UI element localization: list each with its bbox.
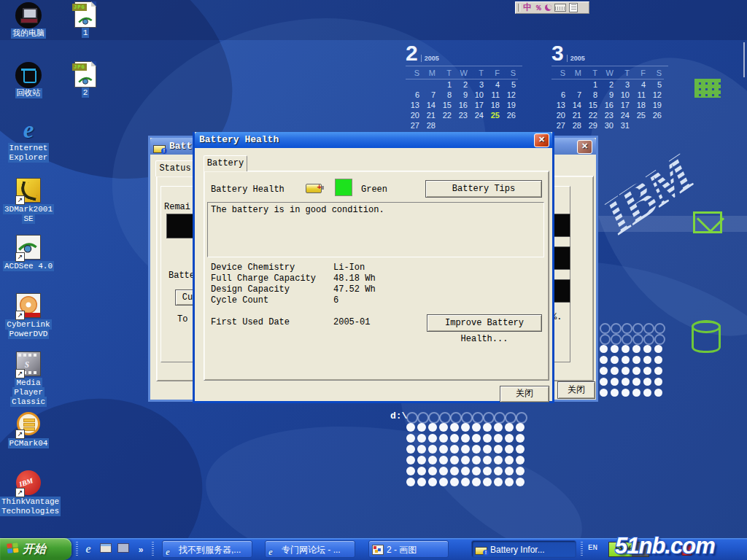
wallpaper-dot: [632, 345, 640, 353]
wallpaper-dot: [417, 478, 426, 486]
desktop-icon-thinkvantage[interactable]: IBM↗ ThinkVantage Technologies: [0, 470, 57, 516]
wallpaper-dot: [461, 478, 470, 486]
ime-keyboard-icon[interactable]: [554, 4, 566, 12]
desktop-icon-powerdvd[interactable]: ↗ CyberLink PowerDVD: [0, 293, 57, 339]
ie-icon: e: [166, 547, 176, 557]
icon-label: 回收站: [0, 89, 57, 98]
wallpaper-dot: [516, 478, 525, 486]
desktop-icon-my-computer[interactable]: 我的电脑: [0, 2, 57, 39]
quicklaunch-media-icon[interactable]: [115, 541, 131, 557]
shortcut-arrow-icon: ↗: [15, 488, 25, 497]
ibm-logo: IBM: [575, 107, 745, 271]
wallpaper-dot: [406, 434, 415, 443]
condition-text-box: The battery is in good condition.: [207, 202, 544, 257]
shortcut-arrow-icon: ↗: [15, 369, 25, 378]
improve-battery-health-button[interactable]: Improve Battery Health...: [427, 314, 542, 332]
wallpaper-dot: [483, 412, 495, 424]
start-button[interactable]: 开始: [0, 538, 71, 560]
wallpaper-dot: [632, 356, 640, 364]
wallpaper-dot: [428, 423, 437, 432]
background-close-button-bottom[interactable]: 关闭: [557, 381, 595, 399]
ime-width-toggle[interactable]: ％: [535, 3, 542, 13]
wallpaper-dot: [439, 478, 448, 486]
calendar-february: 22005 SMTWTFS123456789101112131415161718…: [406, 41, 522, 131]
detail-label: Device Chemistry: [211, 262, 295, 273]
wallpaper-dot: [417, 467, 426, 475]
ime-language-bar[interactable]: 中 ％: [515, 1, 589, 14]
wallpaper-dot: [643, 378, 651, 386]
wallpaper-dot: [439, 445, 448, 454]
wallpaper-dot: [516, 445, 525, 454]
quicklaunch-chevron-icon[interactable]: »: [133, 541, 149, 557]
shortcut-arrow-icon: ↗: [15, 311, 25, 320]
desktop-icon-acdsee[interactable]: ↗ ACDSee 4.0: [0, 235, 57, 271]
dialog-titlebar[interactable]: Battery Health ✕: [195, 132, 552, 148]
wallpaper-dot: [472, 445, 481, 454]
detail-value: 6: [333, 295, 338, 306]
first-used-label: First Used Date: [211, 317, 290, 327]
shortcut-arrow-icon: ↗: [15, 195, 25, 205]
wallpaper-dot: [622, 367, 630, 375]
wallpaper-grid-icon: [694, 79, 721, 98]
wallpaper-blob: [196, 405, 592, 560]
wallpaper-dot: [600, 367, 608, 375]
wallpaper-dot: [611, 334, 622, 345]
wallpaper-dot: [632, 389, 640, 397]
icon-label: ThinkVantage Technologies: [0, 497, 57, 516]
wallpaper-dot: [472, 456, 481, 464]
icon-label: PCMark04: [0, 439, 57, 448]
eye-graphic: [77, 75, 93, 85]
detail-value: 48.18 Wh: [333, 273, 376, 284]
wallpaper-dot: [632, 378, 640, 386]
task-button-paint[interactable]: 2 - 画图: [368, 540, 449, 558]
ime-menu-icon[interactable]: [569, 3, 578, 12]
task-button-forum[interactable]: e专门网论坛 - ...: [265, 540, 355, 558]
desktop-icon-file-1[interactable]: JPG 1: [57, 1, 114, 38]
desktop-icon-pcmark04[interactable]: ↗ PCMark04: [0, 412, 57, 448]
wallpaper-dot: [654, 389, 662, 397]
desktop-icon-file-2[interactable]: JPG 2: [57, 61, 114, 98]
ime-drag-handle[interactable]: [518, 4, 520, 12]
background-close-button[interactable]: ✕: [577, 140, 592, 154]
wallpaper-dot: [450, 467, 459, 475]
dialog-close-button-bottom[interactable]: 关闭: [500, 386, 549, 402]
wallpaper-dot: [516, 412, 527, 424]
remaining-label: Remai: [164, 202, 190, 212]
wallpaper-dot: [472, 467, 481, 475]
desktop-icon-recycle-bin[interactable]: 回收站: [0, 62, 57, 98]
wallpaper-dot: [472, 478, 481, 486]
battery-label: Batte: [169, 271, 195, 281]
battery-health-icon: +: [306, 184, 322, 193]
tray-language-indicator[interactable]: EN: [588, 543, 597, 552]
wallpaper-dot: [428, 434, 437, 443]
wallpaper-dot: [483, 478, 492, 486]
battery-tips-button[interactable]: Battery Tips: [425, 180, 542, 198]
my-computer-icon: [15, 2, 42, 28]
wallpaper-dot: [472, 412, 484, 424]
health-status-text: Green: [361, 184, 387, 195]
desktop-icon-media-player-classic[interactable]: s↗ Media Player Classic: [0, 351, 57, 407]
wallpaper-dot: [461, 412, 473, 424]
quicklaunch-show-desktop-icon[interactable]: [98, 541, 114, 557]
wallpaper-dot: [494, 456, 503, 464]
ime-lang-indicator[interactable]: 中: [523, 1, 532, 14]
wallpaper-dot: [450, 478, 459, 486]
wallpaper-dot: [483, 467, 492, 475]
desktop-icon-internet-explorer[interactable]: e Internet Explorer: [0, 117, 57, 163]
quicklaunch-ie-icon[interactable]: e: [80, 541, 96, 557]
wallpaper-dot: [494, 478, 503, 486]
task-button-server-not-found[interactable]: e找不到服务器,...: [162, 540, 252, 558]
desktop-icon-3dmark2001[interactable]: ↗ 3DMark2001 SE: [0, 178, 57, 224]
icon-label: 2: [57, 88, 114, 98]
task-button-battery-information[interactable]: !Battery Infor...: [471, 540, 576, 558]
shortcut-arrow-icon: ↗: [15, 252, 25, 262]
ime-punctuation-icon[interactable]: [545, 4, 551, 11]
wallpaper-dot: [622, 345, 630, 353]
dialog-close-button[interactable]: ✕: [534, 133, 549, 147]
wallpaper-dot: [654, 367, 662, 375]
wallpaper-dot: [406, 423, 415, 432]
tab-battery[interactable]: Battery: [204, 155, 247, 171]
tab-status[interactable]: Status: [155, 160, 195, 176]
wallpaper-dot: [600, 345, 608, 353]
wallpaper-dot: [439, 423, 448, 432]
